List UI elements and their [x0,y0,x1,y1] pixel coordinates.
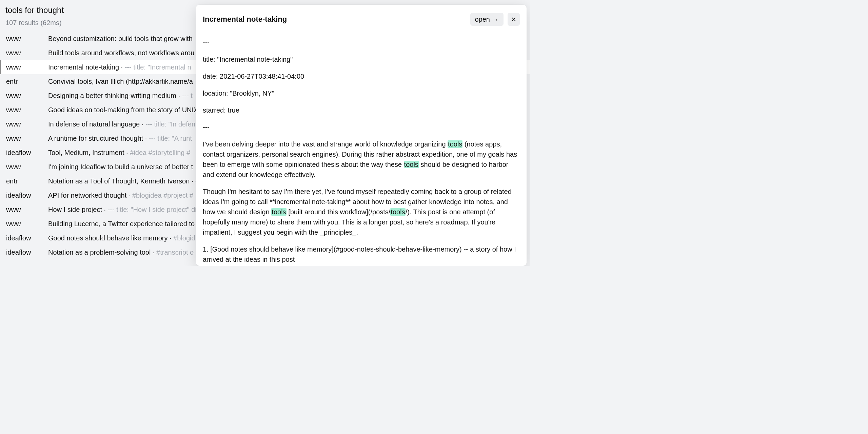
result-title-text: Designing a better thinking-writing medi… [48,92,176,99]
preview-title: Incremental note-taking [203,15,466,24]
preview-paragraph-1: I've been delving deeper into the vast a… [203,139,520,180]
result-source: ideaflow [6,149,48,157]
result-title-text: Notation as a Tool of Thought, Kenneth I… [48,177,190,185]
result-preview-text: --- title: "In defen [145,120,195,128]
result-title-text: Good ideas on tool-making from the story… [48,106,198,114]
result-source: www [6,220,48,228]
preview-panel: Incremental note-taking open --- title: … [196,5,527,266]
open-button[interactable]: open [470,13,504,26]
result-source: www [6,49,48,57]
preview-body: --- title: "Incremental note-taking" dat… [203,37,520,264]
result-source: www [6,63,48,71]
result-separator: · [151,249,156,256]
result-title-text: I'm joining Ideaflow to build a universe… [48,163,193,171]
result-body: Tool, Medium, Instrument · #idea #storyt… [48,149,190,157]
close-icon [511,15,516,24]
result-body: Build tools around workflows, not workfl… [48,49,194,57]
result-separator: · [140,120,145,128]
result-separator: · [143,135,149,142]
result-source: www [6,206,48,214]
result-body: Designing a better thinking-writing medi… [48,92,193,100]
result-source: www [6,35,48,43]
result-body: Convivial tools, Ivan Illich (http://akk… [48,78,193,85]
result-source: www [6,163,48,171]
result-title-text: Convivial tools, Ivan Illich (http://akk… [48,78,193,85]
result-source: entr [6,177,48,185]
result-body: How I side project · --- title: "How I s… [48,206,197,214]
highlight-term: tools [390,208,405,216]
result-body: Notation as a problem-solving tool · #tr… [48,249,194,256]
result-source: www [6,135,48,142]
frontmatter-title: title: "Incremental note-taking" [203,54,520,64]
result-title-text: Incremental note-taking [48,63,119,71]
result-source: www [6,106,48,114]
result-separator: · [176,92,182,99]
result-separator: · [167,234,173,242]
result-preview-text: --- title: "Incremental n [125,63,191,71]
result-preview-text: #idea #storytelling # [130,149,190,156]
result-title-text: How I side project [48,206,102,213]
result-title-text: Beyond customization: build tools that g… [48,35,193,42]
arrow-right-icon [492,16,499,23]
result-body: Incremental note-taking · --- title: "In… [48,63,191,71]
frontmatter-location: location: "Brooklyn, NY" [203,88,520,98]
frontmatter-delim-2: --- [203,122,520,132]
result-separator: · [190,177,195,185]
result-source: www [6,92,48,100]
result-body: Beyond customization: build tools that g… [48,35,193,43]
highlight-term: tools [404,161,419,168]
result-title-text: A runtime for structured thought [48,135,143,142]
result-body: Good ideas on tool-making from the story… [48,106,198,114]
result-preview-text: --- title: "How I side project" di [108,206,197,213]
result-title-text: In defense of natural language [48,120,140,128]
result-preview-text: #blogidea #project # [132,192,193,199]
open-button-label: open [475,16,490,23]
result-body: Notation as a Tool of Thought, Kenneth I… [48,177,198,185]
preview-paragraph-3: 1. [Good notes should behave like memory… [203,244,520,264]
result-body: In defense of natural language · --- tit… [48,120,195,128]
result-title-text: Build tools around workflows, not workfl… [48,49,194,57]
result-separator: · [102,206,108,213]
highlight-term: tools [448,140,462,148]
result-source: ideaflow [6,192,48,199]
result-title-text: Building Lucerne, a Twitter experience t… [48,220,195,228]
result-separator: · [126,192,132,199]
frontmatter-starred: starred: true [203,105,520,115]
result-separator: · [119,63,125,71]
result-body: A runtime for structured thought · --- t… [48,135,192,142]
highlight-term: tools [271,208,286,216]
result-title-text: Good notes should behave like memory [48,234,167,242]
app-root: tools for thought 107 results (62ms) www… [0,0,530,266]
result-preview-text: #transcript o [156,249,194,256]
result-title-text: API for networked thought [48,192,126,199]
result-source: entr [6,78,48,85]
result-source: ideaflow [6,234,48,242]
close-button[interactable] [508,13,520,26]
preview-header: Incremental note-taking open [203,13,520,26]
result-title-text: Tool, Medium, Instrument [48,149,124,156]
result-preview-text: #blogid [173,234,195,242]
result-body: Building Lucerne, a Twitter experience t… [48,220,195,228]
result-source: ideaflow [6,249,48,256]
result-body: API for networked thought · #blogidea #p… [48,192,193,199]
result-body: Good notes should behave like memory · #… [48,234,195,242]
preview-paragraph-2: Though I'm hesitant to say I'm there yet… [203,186,520,237]
result-preview-text: --- title: "A runt [149,135,192,142]
frontmatter-delim: --- [203,37,520,47]
result-preview-text: --- t [182,92,193,99]
result-title-text: Notation as a problem-solving tool [48,249,151,256]
result-source: www [6,120,48,128]
frontmatter-date: date: 2021-06-27T03:48:41-04:00 [203,71,520,81]
result-separator: · [124,149,130,156]
result-body: I'm joining Ideaflow to build a universe… [48,163,193,171]
